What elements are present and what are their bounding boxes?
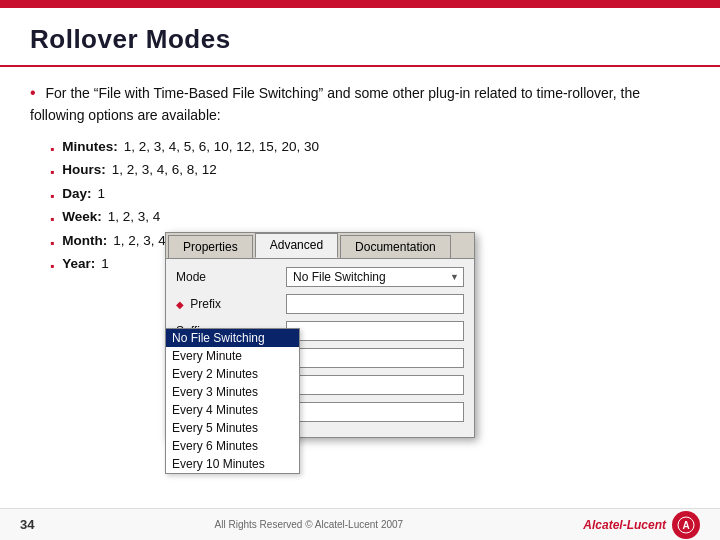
required-indicator: ◆ — [176, 299, 184, 310]
dropdown-item-every-4-minutes[interactable]: Every 4 Minutes — [166, 401, 299, 419]
svg-text:A: A — [682, 520, 689, 531]
intro-paragraph: • For the “File with Time-Based File Swi… — [30, 81, 690, 126]
dropdown-item-every-10-minutes[interactable]: Every 10 Minutes — [166, 455, 299, 473]
dropdown-item-every-3-minutes[interactable]: Every 3 Minutes — [166, 383, 299, 401]
list-item: ▪ Day:1 — [50, 183, 690, 206]
dialog-tabs: Properties Advanced Documentation — [166, 233, 474, 259]
tab-properties[interactable]: Properties — [168, 235, 253, 258]
page-number: 34 — [20, 517, 34, 532]
label-prefix: ◆ Prefix — [176, 297, 286, 311]
dropdown-item-every-minute[interactable]: Every Minute — [166, 347, 299, 365]
suffix-input[interactable] — [286, 321, 464, 341]
logo-area: Alcatel-Lucent A — [583, 511, 700, 539]
mode-dropdown[interactable]: No File Switching ▼ — [286, 267, 464, 287]
pattern-input[interactable] — [286, 348, 464, 368]
slide-title: Rollover Modes — [30, 24, 231, 54]
format-thread-input[interactable] — [286, 402, 464, 422]
list-item: ▪ Week:1, 2, 3, 4 — [50, 206, 690, 229]
bullet-icon: ▪ — [50, 233, 54, 253]
header-bar — [0, 0, 720, 8]
bullet-icon: ▪ — [50, 209, 54, 229]
list-item: ▪ Hours:1, 2, 3, 4, 6, 8, 12 — [50, 159, 690, 182]
bullet-icon: ▪ — [50, 186, 54, 206]
bullet-icon: ▪ — [50, 256, 54, 276]
label-mode: Mode — [176, 270, 286, 284]
dropdown-item-no-file-switching[interactable]: No File Switching — [166, 329, 299, 347]
tab-documentation[interactable]: Documentation — [340, 235, 451, 258]
bullet-icon: ▪ — [50, 139, 54, 159]
bullet-icon: ▪ — [50, 162, 54, 182]
list-item: ▪ Minutes:1, 2, 3, 4, 5, 6, 10, 12, 15, … — [50, 136, 690, 159]
footer: 34 All Rights Reserved © Alcatel-Lucent … — [0, 508, 720, 540]
tab-advanced[interactable]: Advanced — [255, 233, 338, 258]
prefix-input[interactable] — [286, 294, 464, 314]
dropdown-item-every-2-minutes[interactable]: Every 2 Minutes — [166, 365, 299, 383]
logo-text: Alcatel-Lucent — [583, 518, 666, 532]
chevron-down-icon: ▼ — [450, 272, 459, 282]
title-area: Rollover Modes — [0, 8, 720, 67]
dialog-row-mode: Mode No File Switching ▼ — [176, 267, 464, 287]
dropdown-item-every-5-minutes[interactable]: Every 5 Minutes — [166, 419, 299, 437]
dialog-row-prefix: ◆ Prefix — [176, 294, 464, 314]
logo-icon: A — [672, 511, 700, 539]
format-timestamp-input[interactable] — [286, 375, 464, 395]
mode-dropdown-list: No File Switching Every Minute Every 2 M… — [165, 328, 300, 474]
dropdown-item-every-6-minutes[interactable]: Every 6 Minutes — [166, 437, 299, 455]
slide: Rollover Modes • For the “File with Time… — [0, 0, 720, 540]
copyright-text: All Rights Reserved © Alcatel-Lucent 200… — [215, 519, 404, 530]
